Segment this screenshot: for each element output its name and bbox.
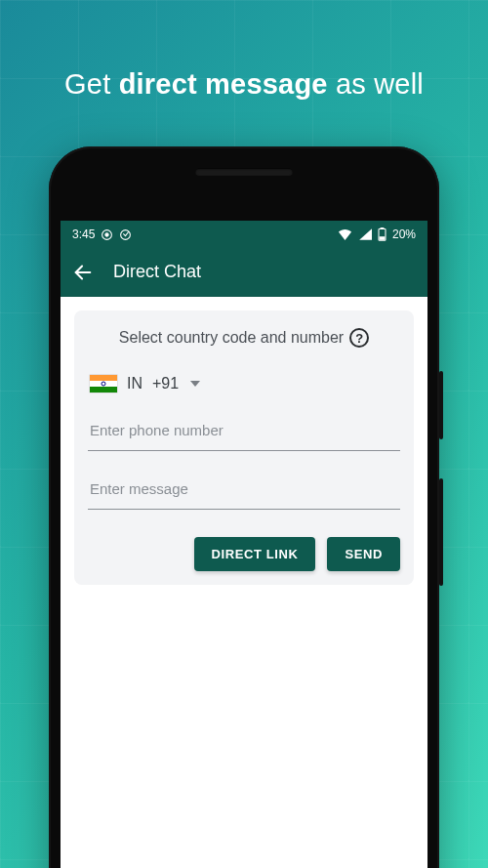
promo-post: as well bbox=[328, 68, 424, 100]
message-input[interactable] bbox=[88, 469, 400, 510]
signal-icon bbox=[358, 228, 372, 240]
svg-point-2 bbox=[121, 229, 131, 239]
status-time: 3:45 bbox=[72, 227, 95, 241]
svg-rect-4 bbox=[381, 227, 384, 228]
card-title-row: Select country code and number ? bbox=[88, 328, 400, 348]
phone-side-button-upper bbox=[439, 371, 443, 439]
wifi-icon bbox=[338, 228, 352, 240]
status-bar: 3:45 20% bbox=[61, 221, 427, 248]
promo-headline: Get direct message as well bbox=[0, 68, 488, 101]
button-row: DIRECT LINK SEND bbox=[88, 537, 400, 571]
send-button[interactable]: SEND bbox=[327, 537, 400, 571]
app-bar: Direct Chat bbox=[61, 248, 427, 297]
battery-percent: 20% bbox=[392, 227, 416, 241]
status-notif-icon-2 bbox=[119, 228, 132, 241]
country-selector[interactable]: IN +91 bbox=[88, 367, 400, 410]
battery-icon bbox=[378, 227, 386, 241]
page-title: Direct Chat bbox=[113, 262, 201, 282]
phone-frame: 3:45 20% bbox=[49, 146, 439, 868]
country-flag-icon bbox=[90, 375, 117, 393]
country-code: IN bbox=[127, 375, 142, 393]
phone-side-button-lower bbox=[439, 478, 443, 586]
status-notif-icon-1 bbox=[101, 228, 113, 241]
back-button[interactable] bbox=[72, 262, 94, 283]
phone-screen: 3:45 20% bbox=[61, 221, 427, 868]
content-area: Select country code and number ? IN +91 … bbox=[61, 297, 427, 868]
promo-bold: direct message bbox=[119, 68, 328, 100]
card-title-text: Select country code and number bbox=[119, 329, 344, 347]
chevron-down-icon bbox=[190, 381, 200, 387]
direct-chat-card: Select country code and number ? IN +91 … bbox=[74, 310, 414, 585]
promo-pre: Get bbox=[64, 68, 119, 100]
phone-input[interactable] bbox=[88, 410, 400, 451]
direct-link-button[interactable]: DIRECT LINK bbox=[194, 537, 316, 571]
phone-speaker bbox=[195, 168, 293, 176]
svg-point-1 bbox=[105, 232, 108, 235]
svg-rect-5 bbox=[380, 237, 385, 239]
help-icon[interactable]: ? bbox=[349, 328, 369, 348]
country-dial: +91 bbox=[152, 375, 179, 393]
